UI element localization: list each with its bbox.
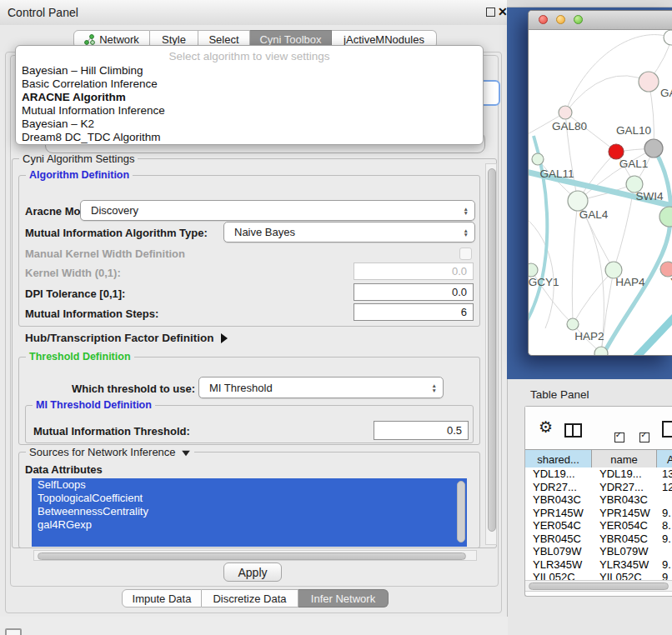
settings-vertical-scrollbar[interactable] bbox=[485, 163, 497, 545]
network-window-titlebar[interactable] bbox=[529, 11, 672, 30]
table-horizontal-scrollbar[interactable] bbox=[525, 580, 672, 592]
node-gal-pink[interactable] bbox=[639, 72, 659, 92]
algorithm-dropdown-popup: Select algorithm to view settings Bayesi… bbox=[15, 45, 484, 145]
mi-threshold-group-title: MI Threshold Definition bbox=[33, 399, 155, 411]
aracne-mode-combo[interactable]: Discovery ▲▼ bbox=[80, 200, 475, 221]
network-window: GAL80 GAL10 GAL1 GAL11 SWI4 GAL4 GCY1 HA… bbox=[528, 10, 672, 356]
algorithm-option[interactable]: Bayesian – K2 bbox=[16, 118, 483, 131]
column-header-name[interactable]: name bbox=[592, 450, 657, 468]
mi-type-combo[interactable]: Naive Bayes ▲▼ bbox=[223, 222, 475, 242]
kernel-width-field[interactable]: 0.0 bbox=[354, 262, 474, 280]
table-row[interactable]: YBR043CYBR043C bbox=[525, 493, 672, 507]
checked-checkbox-icon[interactable]: ✓ bbox=[614, 432, 624, 442]
table-row[interactable]: YDL19...YDL19...13 bbox=[525, 468, 672, 481]
float-icon[interactable] bbox=[486, 8, 495, 17]
attribute-list-scrollbar[interactable] bbox=[457, 481, 465, 542]
algorithm-option[interactable]: Basic Correlation Inference bbox=[16, 78, 483, 91]
manual-kernel-checkbox[interactable] bbox=[459, 248, 472, 260]
algorithm-option-highlighted[interactable]: ARACNE Algorithm bbox=[16, 91, 483, 104]
table-row[interactable]: YBR045CYBR045C9. bbox=[525, 532, 672, 546]
tab-discretize-data-label: Discretize Data bbox=[213, 592, 286, 605]
hub-definition-toggle[interactable]: Hub/Transcription Factor Definition bbox=[25, 332, 228, 344]
checked-checkbox-icon[interactable]: ✓ bbox=[639, 432, 649, 442]
collapse-down-icon bbox=[182, 450, 190, 455]
node-gcy1[interactable] bbox=[529, 263, 538, 277]
node-label: GAL80 bbox=[552, 120, 587, 132]
minimized-panel-icon[interactable] bbox=[5, 628, 22, 635]
mi-steps-value: 6 bbox=[461, 306, 467, 318]
bottom-tabbar: Impute Data Discretize Data Infer Networ… bbox=[0, 588, 507, 613]
cyni-algorithm-settings-title: Cyni Algorithm Settings bbox=[19, 152, 138, 165]
node-swi4[interactable] bbox=[659, 207, 672, 227]
table-panel-title: Table Panel bbox=[530, 388, 589, 401]
network-node-labels: GAL80 GAL10 GAL1 GAL11 SWI4 GAL4 GCY1 HA… bbox=[529, 87, 672, 342]
table-row[interactable]: YDR27...YDR27...12 bbox=[525, 481, 672, 494]
new-table-icon[interactable] bbox=[662, 421, 672, 438]
apply-button-label: Apply bbox=[238, 566, 267, 579]
node-label: GAL1 bbox=[619, 158, 649, 170]
gear-icon[interactable]: ⚙ bbox=[539, 419, 553, 435]
screen: Control Panel ✕ Network Style Select bbox=[0, 0, 672, 635]
table-row[interactable]: YLR345WYLR345W9. bbox=[525, 558, 672, 572]
split-columns-icon[interactable] bbox=[564, 423, 582, 438]
tab-jactivemnodules-label: jActiveMNodules bbox=[344, 33, 424, 46]
data-attributes-label: Data Attributes bbox=[25, 463, 103, 476]
tab-select-label: Select bbox=[208, 33, 238, 46]
network-icon bbox=[84, 34, 95, 45]
kernel-width-value: 0.0 bbox=[452, 265, 467, 278]
sources-group-title[interactable]: Sources for Network Inference bbox=[26, 446, 194, 458]
network-canvas[interactable]: GAL80 GAL10 GAL1 GAL11 SWI4 GAL4 GCY1 HA… bbox=[529, 29, 672, 356]
which-threshold-combo[interactable]: MI Threshold ▲▼ bbox=[198, 377, 444, 398]
node-label: GAL4 bbox=[579, 208, 609, 221]
node-top-right[interactable] bbox=[664, 30, 672, 45]
table-row[interactable]: YIL052CYIL052C9 bbox=[525, 571, 672, 580]
table-row[interactable]: YPR145WYPR145W9. bbox=[525, 507, 672, 520]
stepper-icon: ▲▼ bbox=[464, 228, 469, 237]
zoom-traffic-light-icon[interactable] bbox=[574, 15, 583, 24]
hub-definition-label: Hub/Transcription Factor Definition bbox=[25, 332, 214, 344]
attribute-item[interactable]: BetweennessCentrality bbox=[32, 505, 467, 518]
algorithm-option[interactable]: Dream8 DC_TDC Algorithm bbox=[16, 131, 483, 144]
node-salmon[interactable] bbox=[660, 262, 672, 277]
node-gal10[interactable] bbox=[644, 139, 663, 158]
table-row[interactable]: YER054CYER054C8. bbox=[525, 519, 672, 532]
data-attributes-list[interactable]: SelfLoops TopologicalCoefficient Between… bbox=[32, 478, 467, 547]
tab-impute-data[interactable]: Impute Data bbox=[122, 589, 202, 608]
node-gal11[interactable] bbox=[532, 153, 544, 165]
mi-steps-field[interactable]: 6 bbox=[354, 303, 474, 321]
mi-threshold-field[interactable]: 0.5 bbox=[374, 421, 469, 440]
tab-infer-network-label: Infer Network bbox=[311, 592, 375, 605]
mi-type-value: Naive Bayes bbox=[234, 226, 295, 238]
close-traffic-light-icon[interactable] bbox=[539, 15, 548, 24]
stepper-icon: ▲▼ bbox=[432, 383, 437, 392]
aracne-mode-value: Discovery bbox=[91, 204, 138, 217]
node-bottom[interactable] bbox=[594, 347, 608, 356]
mi-threshold-label: Mutual Information Threshold: bbox=[33, 425, 190, 438]
tab-style-label: Style bbox=[162, 33, 186, 46]
control-panel-header: Control Panel ✕ bbox=[0, 0, 507, 26]
mi-type-label: Mutual Information Algorithm Type: bbox=[25, 227, 208, 239]
apply-button[interactable]: Apply bbox=[223, 562, 282, 582]
close-icon[interactable]: ✕ bbox=[498, 5, 508, 18]
node-label: GAL10 bbox=[616, 124, 651, 137]
attribute-item[interactable]: SelfLoops bbox=[32, 478, 467, 492]
attribute-item[interactable]: TopologicalCoefficient bbox=[32, 492, 467, 505]
mi-threshold-value: 0.5 bbox=[447, 424, 462, 437]
table-row[interactable]: YBL079WYBL079W bbox=[525, 545, 672, 558]
dpi-tolerance-field[interactable]: 0.0 bbox=[354, 283, 474, 301]
manual-kernel-label: Manual Kernel Width Definition bbox=[25, 248, 185, 260]
column-header-shared-name[interactable]: shared... bbox=[525, 450, 592, 468]
settings-horizontal-scrollbar[interactable] bbox=[33, 550, 477, 561]
dpi-tolerance-value: 0.0 bbox=[452, 286, 467, 298]
minimize-traffic-light-icon[interactable] bbox=[556, 15, 565, 24]
column-header-partial[interactable]: A bbox=[657, 450, 672, 468]
node-hap2[interactable] bbox=[567, 318, 579, 330]
table-body: YDL19...YDL19...13 YDR27...YDR27...12 YB… bbox=[525, 468, 672, 580]
tab-infer-network[interactable]: Infer Network bbox=[298, 589, 389, 608]
algorithm-option[interactable]: Mutual Information Inference bbox=[16, 104, 483, 118]
attribute-item[interactable]: gal4RGexp bbox=[32, 518, 467, 532]
node-gal80[interactable] bbox=[559, 106, 572, 119]
tab-network-label: Network bbox=[99, 33, 139, 46]
tab-discretize-data[interactable]: Discretize Data bbox=[202, 589, 298, 608]
algorithm-option[interactable]: Bayesian – Hill Climbing bbox=[16, 64, 483, 78]
